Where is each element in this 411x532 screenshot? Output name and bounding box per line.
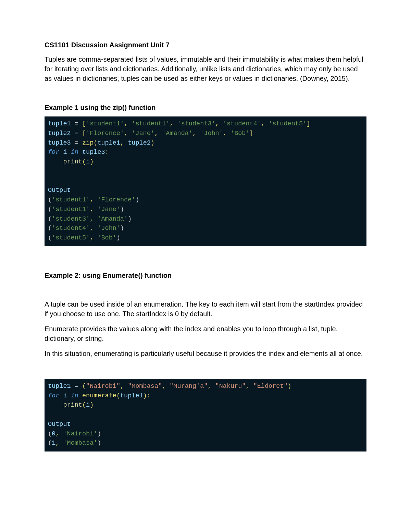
output-value: 'Florence' — [97, 196, 135, 203]
code-keyword: in — [71, 392, 78, 399]
example1-heading: Example 1 using the zip() function — [45, 104, 366, 112]
example2-heading: Example 2: using Enumerate() function — [45, 272, 366, 280]
code-variable: tuple3 — [48, 139, 71, 147]
output-value: 'Jane' — [97, 206, 120, 213]
code-variable: tuple2 — [48, 130, 71, 137]
code-string: "Nakuru" — [215, 383, 246, 390]
code-string: "Nairobi" — [86, 383, 120, 390]
output-label: Output — [48, 421, 71, 428]
example2-para2: Enumerate provides the values along with… — [45, 324, 366, 343]
document-page: CS1101 Discussion Assignment Unit 7 Tupl… — [0, 0, 411, 532]
example1-code-block: tuple1 = ['student1', 'student1', 'stude… — [45, 116, 366, 246]
code-string: 'Florence' — [86, 130, 124, 137]
example2-para3: In this situation, enumerating is partic… — [45, 349, 366, 358]
output-value: 0 — [52, 430, 55, 437]
code-string: 'Jane' — [132, 130, 154, 137]
output-value: 1 — [52, 440, 55, 447]
code-builtin: enumerate — [82, 392, 116, 399]
output-value: 'Bob' — [97, 234, 116, 242]
code-keyword: in — [71, 149, 78, 156]
output-value: 'student3' — [52, 215, 90, 223]
code-variable: tuple1 — [48, 383, 71, 390]
code-string: "Eldoret" — [253, 383, 288, 390]
page-title: CS1101 Discussion Assignment Unit 7 — [45, 41, 366, 49]
code-string: "Murang'a" — [170, 383, 208, 390]
example2-code-block: tuple1 = ("Nairobi", "Mombasa", "Murang'… — [45, 379, 366, 451]
output-value: 'student1' — [52, 206, 90, 213]
output-value: 'student5' — [52, 234, 90, 242]
code-string: 'student4' — [223, 120, 261, 127]
output-value: 'student4' — [52, 225, 90, 232]
code-string: 'Amanda' — [162, 130, 192, 137]
code-builtin: zip — [82, 139, 94, 147]
output-value: 'student1' — [52, 196, 90, 203]
example2-para1: A tuple can be used inside of an enumera… — [45, 299, 366, 319]
output-value: 'Amanda' — [97, 215, 128, 223]
output-value: 'John' — [97, 225, 120, 232]
output-value: 'Mombasa' — [63, 440, 97, 447]
code-string: 'John' — [200, 130, 223, 137]
code-keyword: for — [48, 392, 59, 399]
code-variable: tuple1 — [48, 120, 71, 127]
code-string: 'student1' — [86, 120, 124, 127]
code-string: "Mombasa" — [128, 383, 162, 390]
output-value: 'Nairobi' — [63, 430, 97, 437]
code-function: print — [63, 158, 82, 165]
code-string: 'Bob' — [231, 130, 250, 137]
code-keyword: for — [48, 149, 59, 156]
code-string: 'student5' — [269, 120, 307, 127]
code-string: 'student3' — [177, 120, 215, 127]
code-function: print — [63, 401, 82, 409]
output-label: Output — [48, 187, 71, 194]
code-string: 'student1' — [132, 120, 170, 127]
intro-paragraph: Tuples are comma-separated lists of valu… — [45, 54, 366, 83]
